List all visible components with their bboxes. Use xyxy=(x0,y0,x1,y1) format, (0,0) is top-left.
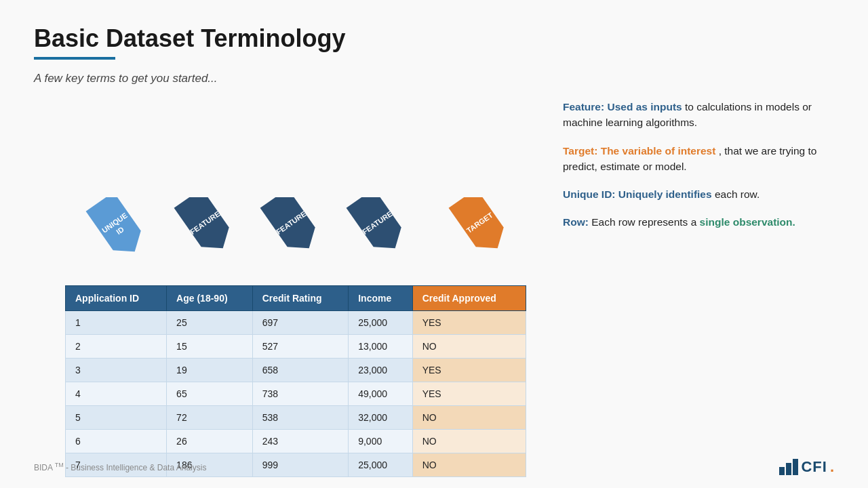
uniqueid-bold: Unique ID: Uniquely identifies xyxy=(563,188,712,200)
svg-text:FEATURE: FEATURE xyxy=(275,209,308,236)
table-cell: YES xyxy=(412,359,526,382)
def-feature: Feature: Used as inputs to calculations … xyxy=(563,99,834,131)
row-bold: Row: xyxy=(563,216,589,228)
cfi-bar-1 xyxy=(779,467,785,475)
table-cell: 23,000 xyxy=(349,359,412,382)
target-bold: Target: The variable of interest xyxy=(563,145,715,157)
cfi-text: CFI xyxy=(801,458,827,476)
table-cell: NO xyxy=(412,430,526,453)
table-cell: 4 xyxy=(66,382,167,406)
row-highlight: single observation. xyxy=(700,216,795,228)
def-target: Target: The variable of interest , that … xyxy=(563,143,834,175)
svg-marker-9 xyxy=(449,197,512,258)
table-cell: 15 xyxy=(167,335,253,359)
left-section: UNIQUE ID FEATURE FEATURE FEATURE xyxy=(34,92,529,243)
table-cell: 32,000 xyxy=(349,406,412,430)
col-credit-rating: Credit Rating xyxy=(252,286,349,311)
def-row: Row: Each row represents a single observ… xyxy=(563,214,834,230)
col-appid: Application ID xyxy=(66,286,167,311)
table-cell: 25 xyxy=(167,311,253,335)
table-cell: 738 xyxy=(252,382,349,406)
table-cell: YES xyxy=(412,311,526,335)
feature-bold: Feature: Used as inputs xyxy=(563,101,682,113)
table-cell: 9,000 xyxy=(349,430,412,453)
cfi-logo: CFI . xyxy=(779,458,834,476)
table-row: 21552713,000NO xyxy=(66,335,526,359)
table-cell: 65 xyxy=(167,382,253,406)
table-cell: 538 xyxy=(252,406,349,430)
row-rest: Each row represents a xyxy=(591,216,699,228)
svg-text:FEATURE: FEATURE xyxy=(189,209,222,236)
right-section: Feature: Used as inputs to calculations … xyxy=(556,92,834,243)
table-cell: 527 xyxy=(252,335,349,359)
table-cell: 1 xyxy=(66,311,167,335)
cfi-dot: . xyxy=(830,458,834,476)
table-cell: NO xyxy=(412,335,526,359)
cfi-bars-icon xyxy=(779,459,798,475)
svg-text:TARGET: TARGET xyxy=(465,211,494,235)
table-cell: 26 xyxy=(167,430,253,453)
table-cell: 6 xyxy=(66,430,167,453)
svg-text:UNIQUE: UNIQUE xyxy=(100,211,129,234)
table-row: 6262439,000NO xyxy=(66,430,526,453)
svg-text:FEATURE: FEATURE xyxy=(361,209,394,236)
table-cell: 72 xyxy=(167,406,253,430)
table-cell: 3 xyxy=(66,359,167,382)
footer: BIDA TM - Business Intelligence & Data A… xyxy=(34,458,834,476)
table-row: 12569725,000YES xyxy=(66,311,526,335)
table-cell: 658 xyxy=(252,359,349,382)
uniqueid-rest: each row. xyxy=(715,188,760,200)
cfi-bar-2 xyxy=(786,463,791,475)
svg-text:ID: ID xyxy=(115,225,125,236)
svg-marker-7 xyxy=(347,197,410,258)
table-cell: 49,000 xyxy=(349,382,412,406)
footer-text: BIDA TM - Business Intelligence & Data A… xyxy=(34,462,206,472)
title: Basic Dataset Terminology xyxy=(34,24,834,53)
main-content: UNIQUE ID FEATURE FEATURE FEATURE xyxy=(34,92,834,243)
table-cell: YES xyxy=(412,382,526,406)
table-cell: 25,000 xyxy=(349,311,412,335)
table-cell: 5 xyxy=(66,406,167,430)
table-cell: 2 xyxy=(66,335,167,359)
cfi-bar-3 xyxy=(793,459,798,475)
title-underline xyxy=(34,57,115,60)
table-header-row: Application ID Age (18-90) Credit Rating… xyxy=(66,286,526,311)
table-cell: 243 xyxy=(252,430,349,453)
table-cell: 19 xyxy=(167,359,253,382)
arrows-svg: UNIQUE ID FEATURE FEATURE FEATURE xyxy=(65,197,526,285)
table-cell: 13,000 xyxy=(349,335,412,359)
slide: Basic Dataset Terminology A few key term… xyxy=(0,0,868,488)
svg-marker-3 xyxy=(174,197,237,258)
subtitle: A few key terms to get you started... xyxy=(34,72,834,85)
col-credit-approved: Credit Approved xyxy=(412,286,526,311)
table-cell: NO xyxy=(412,406,526,430)
svg-marker-0 xyxy=(86,197,149,262)
table-row: 57253832,000NO xyxy=(66,406,526,430)
table-row: 46573849,000YES xyxy=(66,382,526,406)
col-age: Age (18-90) xyxy=(167,286,253,311)
svg-marker-5 xyxy=(260,197,323,258)
col-income: Income xyxy=(349,286,412,311)
table-cell: 697 xyxy=(252,311,349,335)
def-uniqueid: Unique ID: Uniquely identifies each row. xyxy=(563,186,834,202)
table-row: 31965823,000YES xyxy=(66,359,526,382)
data-table: Application ID Age (18-90) Credit Rating… xyxy=(65,285,526,477)
